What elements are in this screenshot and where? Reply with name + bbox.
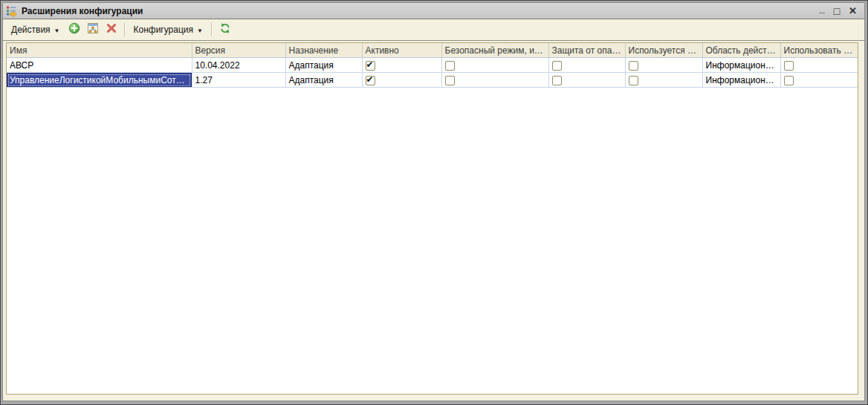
cell-name[interactable]: АВСР — [7, 58, 192, 73]
toolbar-separator — [211, 23, 213, 36]
refresh-button[interactable] — [216, 21, 234, 39]
cell-purpose[interactable]: Адаптация — [285, 58, 362, 73]
cell-used-in[interactable] — [625, 73, 702, 88]
delete-button[interactable] — [103, 21, 120, 39]
extensions-grid: Имя Версия Назначение Активно Безопасный… — [6, 42, 858, 395]
app-window: Расширения конфигурации _ □ ✕ Действия ▼ — [0, 0, 868, 405]
cell-use-main[interactable] — [780, 58, 858, 73]
maximize-button[interactable]: □ — [834, 6, 840, 16]
used-in-checkbox[interactable] — [629, 76, 638, 85]
page-title: Расширения конфигурации — [22, 6, 815, 16]
chevron-down-icon: ▼ — [197, 27, 203, 34]
column-header-danger-protection[interactable]: Защита от опасн... — [548, 43, 625, 58]
active-checkbox[interactable] — [366, 76, 375, 85]
actions-menu-label: Действия — [11, 25, 51, 35]
danger-protection-checkbox[interactable] — [552, 61, 562, 71]
safe-mode-checkbox[interactable] — [445, 61, 455, 71]
column-header-purpose[interactable]: Назначение — [285, 43, 362, 58]
structure-icon — [87, 22, 99, 37]
safe-mode-checkbox[interactable] — [445, 76, 455, 85]
extensions-table: Имя Версия Назначение Активно Безопасный… — [7, 43, 858, 88]
cell-purpose[interactable]: Адаптация — [285, 73, 362, 88]
actions-menu-button[interactable]: Действия ▼ — [7, 22, 65, 38]
cell-active[interactable] — [362, 58, 441, 73]
close-button[interactable]: ✕ — [849, 6, 857, 16]
content-area: Имя Версия Назначение Активно Безопасный… — [3, 41, 864, 401]
structure-button[interactable] — [84, 21, 102, 39]
column-header-name[interactable]: Имя — [7, 43, 192, 58]
column-header-use-main[interactable]: Использовать ос... — [780, 43, 858, 58]
window-controls: _ □ ✕ — [819, 6, 860, 16]
add-button[interactable] — [65, 21, 83, 39]
toolbar-separator — [124, 23, 126, 36]
danger-protection-checkbox[interactable] — [552, 76, 562, 85]
configuration-menu-button[interactable]: Конфигурация ▼ — [129, 22, 207, 38]
cell-version[interactable]: 10.04.2022 — [192, 58, 285, 73]
table-row[interactable]: АВСР 10.04.2022 Адаптация Информационная… — [7, 58, 858, 73]
cell-danger-protection[interactable] — [548, 73, 625, 88]
use-main-checkbox[interactable] — [784, 76, 794, 85]
add-icon — [68, 22, 80, 37]
active-checkbox[interactable] — [366, 61, 375, 71]
window-frame: Расширения конфигурации _ □ ✕ Действия ▼ — [2, 2, 865, 401]
chevron-down-icon: ▼ — [54, 27, 60, 34]
title-bar: Расширения конфигурации _ □ ✕ — [3, 3, 864, 19]
cell-name[interactable]: УправлениеЛогистикойМобильнымиСотрудн... — [7, 73, 192, 88]
column-header-scope[interactable]: Область действия — [702, 43, 780, 58]
cell-used-in[interactable] — [625, 58, 702, 73]
cell-scope[interactable]: Информационная... — [702, 58, 780, 73]
used-in-checkbox[interactable] — [629, 61, 638, 71]
table-row[interactable]: УправлениеЛогистикойМобильнымиСотрудн...… — [7, 73, 858, 88]
cell-version[interactable]: 1.27 — [192, 73, 285, 88]
column-header-used-in[interactable]: Используется в р... — [625, 43, 702, 58]
column-header-safe-mode[interactable]: Безопасный режим, имя... — [441, 43, 548, 58]
configuration-menu-label: Конфигурация — [134, 25, 194, 35]
cell-safe-mode[interactable] — [441, 73, 548, 88]
refresh-icon — [219, 22, 231, 37]
delete-icon — [106, 22, 117, 37]
cell-safe-mode[interactable] — [441, 58, 548, 73]
cell-danger-protection[interactable] — [548, 58, 625, 73]
column-header-version[interactable]: Версия — [192, 43, 285, 58]
use-main-checkbox[interactable] — [784, 61, 794, 71]
header-row: Имя Версия Назначение Активно Безопасный… — [7, 43, 858, 58]
minimize-button[interactable]: _ — [819, 4, 824, 14]
cell-scope[interactable]: Информационная... — [702, 73, 780, 88]
cell-active[interactable] — [362, 73, 441, 88]
extensions-icon — [6, 5, 18, 17]
toolbar: Действия ▼ — [3, 19, 864, 41]
column-header-active[interactable]: Активно — [362, 43, 441, 58]
cell-use-main[interactable] — [780, 73, 858, 88]
